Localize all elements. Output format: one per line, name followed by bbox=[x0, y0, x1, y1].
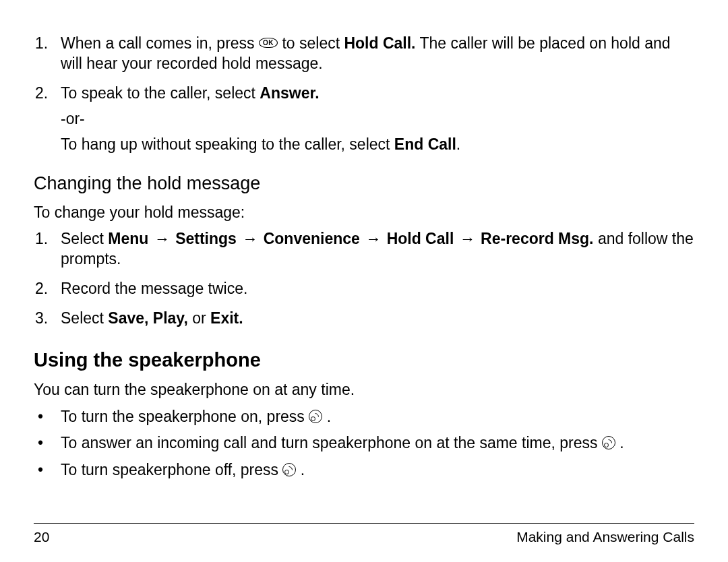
item-number: 1. bbox=[34, 229, 61, 270]
bold-text: Re-record Msg. bbox=[481, 230, 593, 247]
section-title: Making and Answering Calls bbox=[516, 528, 694, 546]
bullet-marker: • bbox=[34, 433, 61, 454]
bullet-marker: • bbox=[34, 460, 61, 480]
speakerphone-key-icon bbox=[309, 410, 322, 423]
hold-call-steps: 1. When a call comes in, press OK to sel… bbox=[34, 34, 694, 154]
list-item: 3. Select Save, Play, or Exit. bbox=[34, 309, 694, 329]
bold-text: Convenience bbox=[264, 230, 360, 247]
bold-text: Hold Call. bbox=[344, 34, 415, 52]
item-number: 1. bbox=[34, 34, 61, 74]
item-text: To speak to the caller, select Answer. -… bbox=[61, 84, 694, 155]
bold-text: Menu bbox=[108, 230, 148, 247]
heading-using-speakerphone: Using the speakerphone bbox=[34, 348, 694, 373]
page-number: 20 bbox=[34, 528, 49, 546]
list-item: 2. To speak to the caller, select Answer… bbox=[34, 84, 694, 155]
item-text: Select Menu → Settings → Convenience → H… bbox=[61, 229, 694, 270]
speakerphone-key-icon bbox=[282, 463, 296, 476]
page-footer: 20 Making and Answering Calls bbox=[34, 523, 694, 546]
speakerphone-bullets: • To turn the speakerphone on, press . •… bbox=[34, 407, 694, 481]
ok-key-icon: OK bbox=[259, 38, 278, 48]
list-item: • To turn the speakerphone on, press . bbox=[34, 407, 694, 427]
list-item: 1. Select Menu → Settings → Convenience … bbox=[34, 229, 694, 270]
list-item: • To turn speakerphone off, press . bbox=[34, 460, 694, 480]
list-item: 2. Record the message twice. bbox=[34, 279, 694, 299]
arrow-icon: → bbox=[364, 230, 382, 247]
item-text: Select Save, Play, or Exit. bbox=[61, 309, 694, 329]
item-text: When a call comes in, press OK to select… bbox=[61, 34, 694, 74]
intro-text: To change your hold message: bbox=[34, 203, 694, 223]
item-number: 2. bbox=[34, 84, 61, 155]
item-number: 2. bbox=[34, 279, 61, 299]
list-item: • To answer an incoming call and turn sp… bbox=[34, 433, 694, 454]
bold-text: Save, Play, bbox=[108, 309, 188, 327]
arrow-icon: → bbox=[153, 230, 171, 247]
bullet-marker: • bbox=[34, 407, 61, 427]
speakerphone-key-icon bbox=[602, 436, 615, 449]
heading-changing-hold-message: Changing the hold message bbox=[34, 172, 694, 195]
item-number: 3. bbox=[34, 309, 61, 329]
arrow-icon: → bbox=[458, 230, 477, 247]
list-item: 1. When a call comes in, press OK to sel… bbox=[34, 34, 694, 74]
item-text: To turn the speakerphone on, press . bbox=[61, 407, 694, 427]
bold-text: Settings bbox=[175, 230, 237, 247]
item-text: To answer an incoming call and turn spea… bbox=[61, 433, 694, 454]
bold-text: Hold Call bbox=[387, 230, 454, 247]
bold-text: Exit. bbox=[210, 309, 243, 327]
item-text: Record the message twice. bbox=[61, 279, 694, 299]
intro-text: You can turn the speakerphone on at any … bbox=[34, 380, 694, 400]
or-separator: -or- bbox=[61, 109, 694, 129]
arrow-icon: → bbox=[241, 230, 259, 247]
change-hold-steps: 1. Select Menu → Settings → Convenience … bbox=[34, 229, 694, 329]
item-text: To turn speakerphone off, press . bbox=[61, 460, 694, 480]
bold-text: End Call bbox=[394, 135, 456, 153]
bold-text: Answer. bbox=[260, 84, 319, 102]
